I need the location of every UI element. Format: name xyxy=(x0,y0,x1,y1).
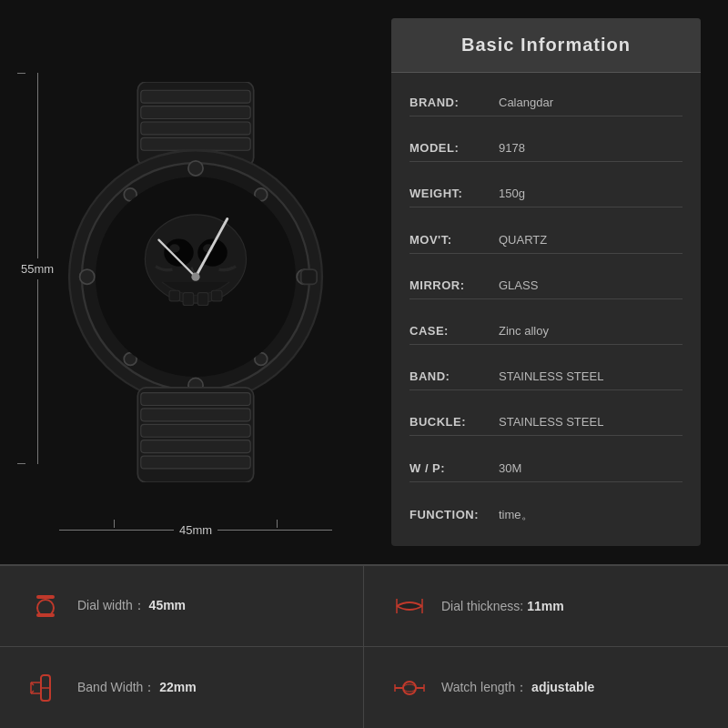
info-value: GLASS xyxy=(499,278,538,292)
info-key: MOV'T: xyxy=(410,233,491,247)
info-value: Calangdar xyxy=(499,96,553,109)
svg-rect-23 xyxy=(197,293,208,306)
spec-label: Dial width： xyxy=(77,598,146,612)
svg-rect-33 xyxy=(141,440,250,453)
watch-length-icon xyxy=(391,670,428,706)
info-panel: Basic Information BRAND: Calangdar MODEL… xyxy=(391,18,701,546)
spec-item: Dial width： 45mm xyxy=(0,566,364,647)
main-area: 55mm xyxy=(0,0,728,564)
info-value: Zinc alloy xyxy=(499,324,549,338)
info-title-text: Basic Information xyxy=(461,35,631,55)
info-value: 9178 xyxy=(499,141,525,155)
info-key: BRAND: xyxy=(410,96,491,109)
info-key: BAND: xyxy=(410,369,491,383)
info-row: MOV'T: QUARTZ xyxy=(410,227,682,254)
spec-text: Dial width： 45mm xyxy=(77,598,186,614)
info-value: 150g xyxy=(499,187,525,200)
spec-item: Band Width： 22mm xyxy=(0,647,364,728)
info-key: WEIGHT: xyxy=(410,187,491,200)
info-key: MODEL: xyxy=(410,141,491,155)
info-row: W / P: 30M xyxy=(410,455,682,482)
info-key: MIRROR: xyxy=(410,278,491,292)
svg-rect-35 xyxy=(36,595,55,599)
spec-text: Dial thickness: 11mm xyxy=(441,599,564,613)
dim-45mm-label: 45mm xyxy=(174,523,217,537)
spec-value: 11mm xyxy=(527,599,563,613)
dim-horizontal: 45mm xyxy=(59,523,332,537)
watch-dial-icon xyxy=(27,588,64,624)
svg-rect-34 xyxy=(141,456,250,469)
svg-rect-30 xyxy=(141,393,250,406)
info-title: Basic Information xyxy=(391,18,701,73)
info-row: CASE: Zinc alloy xyxy=(410,318,682,345)
spec-text: Band Width： 22mm xyxy=(77,680,197,696)
svg-point-47 xyxy=(403,682,416,694)
svg-point-7 xyxy=(188,161,203,176)
svg-rect-3 xyxy=(141,122,250,135)
info-row: BAND: STAINLESS STEEL xyxy=(410,363,682,390)
info-value: STAINLESS STEEL xyxy=(499,415,603,429)
svg-point-27 xyxy=(191,273,199,281)
spec-value: 45mm xyxy=(149,598,186,612)
spec-label: Band Width： xyxy=(77,680,156,694)
specs-bar: Dial width： 45mm Dial thickness: 11mm Ba… xyxy=(0,564,728,728)
spec-value: adjustable xyxy=(531,680,594,694)
spec-label: Watch length： xyxy=(441,680,528,694)
dim-vertical: 55mm xyxy=(21,73,54,464)
svg-rect-1 xyxy=(141,90,250,103)
info-row: WEIGHT: 150g xyxy=(410,180,682,207)
band-width-icon xyxy=(27,670,64,706)
spec-item: Watch length： adjustable xyxy=(364,647,728,728)
watch-illustration xyxy=(41,82,350,482)
dial-thickness-icon xyxy=(391,588,428,624)
svg-rect-24 xyxy=(211,290,222,301)
svg-rect-2 xyxy=(141,106,250,119)
info-value: 30M xyxy=(499,461,521,475)
info-row: MIRROR: GLASS xyxy=(410,272,682,299)
spec-text: Watch length： adjustable xyxy=(441,680,594,696)
watch-area: 55mm xyxy=(0,0,391,564)
info-key: BUCKLE: xyxy=(410,415,491,429)
info-row: BUCKLE: STAINLESS STEEL xyxy=(410,409,682,436)
svg-rect-4 xyxy=(141,137,250,150)
info-row: BRAND: Calangdar xyxy=(410,89,682,116)
svg-point-17 xyxy=(164,239,193,267)
watch-container: 55mm xyxy=(5,9,387,555)
info-key: FUNCTION: xyxy=(410,508,491,521)
svg-rect-37 xyxy=(36,613,55,617)
svg-rect-31 xyxy=(141,409,250,421)
info-value: time。 xyxy=(499,507,533,523)
info-row: MODEL: 9178 xyxy=(410,135,682,162)
spec-value: 22mm xyxy=(159,680,196,694)
info-rows: BRAND: Calangdar MODEL: 9178 WEIGHT: 150… xyxy=(391,73,701,546)
info-value: QUARTZ xyxy=(499,233,547,247)
info-key: W / P: xyxy=(410,461,491,475)
spec-item: Dial thickness: 11mm xyxy=(364,566,728,647)
svg-point-48 xyxy=(403,684,416,692)
spec-label: Dial thickness: xyxy=(441,599,523,613)
svg-point-9 xyxy=(80,269,95,284)
info-key: CASE: xyxy=(410,324,491,338)
svg-rect-28 xyxy=(301,269,317,284)
svg-rect-22 xyxy=(183,293,194,306)
svg-rect-32 xyxy=(141,424,250,437)
dim-55mm-label: 55mm xyxy=(21,258,54,279)
info-row: FUNCTION: time。 xyxy=(410,500,682,530)
svg-rect-21 xyxy=(169,290,180,301)
info-value: STAINLESS STEEL xyxy=(499,369,603,383)
